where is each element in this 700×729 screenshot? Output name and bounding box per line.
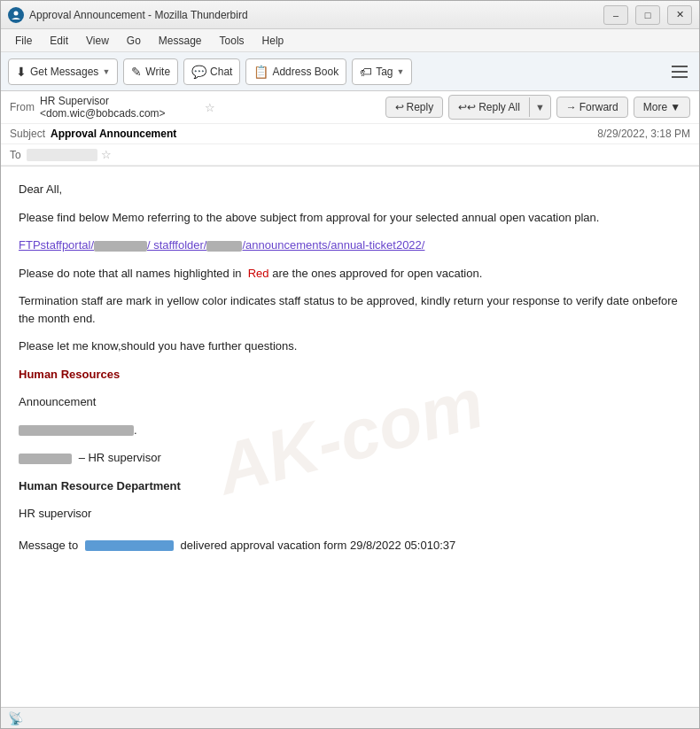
minimize-button[interactable]: – bbox=[603, 5, 628, 25]
menu-message[interactable]: Message bbox=[152, 33, 209, 49]
to-value bbox=[27, 149, 97, 161]
forward-label: Forward bbox=[579, 101, 618, 113]
dept-section: Human Resource Department HR supervisor bbox=[19, 477, 681, 523]
app-icon bbox=[8, 7, 24, 23]
hamburger-line-2 bbox=[672, 71, 688, 73]
status-bar: 📡 bbox=[1, 707, 699, 728]
hamburger-menu-button[interactable] bbox=[667, 59, 692, 84]
more-button[interactable]: More ▼ bbox=[634, 97, 690, 118]
subject-value: Approval Announcement bbox=[51, 128, 597, 140]
signature-section: Human Resources Announcement . – HR supe… bbox=[19, 366, 681, 467]
write-icon: ✎ bbox=[131, 65, 142, 79]
get-messages-label: Get Messages bbox=[30, 66, 98, 78]
paragraph-3: Please do note that all names highlighte… bbox=[19, 265, 681, 283]
menu-file[interactable]: File bbox=[8, 33, 39, 49]
menu-help[interactable]: Help bbox=[255, 33, 292, 49]
dept-role: HR supervisor bbox=[19, 505, 681, 523]
signature-dept-name: Human Resources bbox=[19, 368, 120, 381]
menu-edit[interactable]: Edit bbox=[43, 33, 75, 49]
footer-start: Message to bbox=[19, 539, 78, 552]
paragraph-3-start: Please do note that all names highlighte… bbox=[19, 267, 248, 280]
from-value: HR Supervisor <dom.wic@bobcads.com> bbox=[40, 95, 199, 120]
from-row: From HR Supervisor <dom.wic@bobcads.com>… bbox=[1, 91, 699, 124]
menu-bar: File Edit View Go Message Tools Help bbox=[1, 29, 699, 52]
window-controls: – □ ✕ bbox=[603, 5, 692, 25]
address-book-button[interactable]: 📋 Address Book bbox=[245, 58, 346, 85]
svg-point-1 bbox=[14, 11, 19, 15]
footer-email bbox=[85, 540, 174, 551]
reply-all-icon: ↩↩ bbox=[458, 101, 476, 113]
footer-end: delivered approval vacation form 29/8/20… bbox=[180, 539, 455, 552]
signature-email: . bbox=[19, 422, 681, 439]
paragraph-5: Please let me know,should you have furth… bbox=[19, 337, 681, 355]
to-label: To bbox=[10, 149, 21, 161]
paragraph-1: Please find below Memo referring to the … bbox=[19, 209, 681, 227]
red-text: Red bbox=[248, 267, 269, 280]
toolbar: ⬇ Get Messages ▼ ✎ Write 💬 Chat 📋 Addres… bbox=[1, 52, 699, 91]
connection-icon: 📡 bbox=[8, 711, 23, 725]
tag-icon: 🏷 bbox=[360, 65, 372, 79]
forward-button[interactable]: → Forward bbox=[556, 97, 628, 118]
reply-all-button[interactable]: ↩↩ Reply All bbox=[449, 97, 530, 117]
address-book-icon: 📋 bbox=[253, 65, 268, 79]
write-label: Write bbox=[145, 66, 170, 78]
more-arrow: ▼ bbox=[670, 101, 681, 113]
reply-all-dropdown[interactable]: ▼ bbox=[530, 98, 550, 116]
more-label: More bbox=[643, 101, 667, 113]
get-messages-arrow[interactable]: ▼ bbox=[102, 67, 110, 76]
subject-row: Subject Approval Announcement 8/29/2022,… bbox=[1, 124, 699, 144]
reply-label: Reply bbox=[407, 101, 434, 113]
menu-go[interactable]: Go bbox=[120, 33, 148, 49]
window-title: Approval Announcement - Mozilla Thunderb… bbox=[29, 9, 603, 21]
email-header: From HR Supervisor <dom.wic@bobcads.com>… bbox=[1, 91, 699, 167]
address-book-label: Address Book bbox=[272, 66, 338, 78]
hamburger-line-1 bbox=[672, 66, 688, 67]
hamburger-line-3 bbox=[672, 76, 688, 78]
ftp-link[interactable]: FTPstaffportal// stafffolder//announceme… bbox=[19, 238, 424, 252]
signature-line: Announcement bbox=[19, 393, 681, 411]
title-bar: Approval Announcement - Mozilla Thunderb… bbox=[1, 1, 699, 29]
star-icon[interactable]: ☆ bbox=[205, 101, 215, 114]
signature-role-line: – HR supervisor bbox=[19, 449, 681, 467]
tag-label: Tag bbox=[376, 66, 393, 78]
link-paragraph: FTPstaffportal// stafffolder//announceme… bbox=[19, 237, 681, 254]
chat-label: Chat bbox=[210, 66, 232, 78]
menu-tools[interactable]: Tools bbox=[213, 33, 252, 49]
maximize-button[interactable]: □ bbox=[635, 5, 660, 25]
tag-button[interactable]: 🏷 Tag ▼ bbox=[352, 58, 412, 85]
menu-view[interactable]: View bbox=[79, 33, 116, 49]
date-value: 8/29/2022, 3:18 PM bbox=[597, 128, 690, 140]
reply-all-button-group: ↩↩ Reply All ▼ bbox=[448, 95, 551, 120]
paragraph-4: Termination staff are mark in yellow col… bbox=[19, 292, 681, 327]
get-messages-icon: ⬇ bbox=[16, 65, 27, 79]
chat-button[interactable]: 💬 Chat bbox=[183, 58, 240, 85]
to-row: To ☆ bbox=[1, 144, 699, 166]
footer-message: Message to delivered approval vacation f… bbox=[19, 537, 681, 555]
paragraph-3-end: are the ones approved for open vacation. bbox=[269, 267, 483, 280]
subject-label: Subject bbox=[10, 128, 45, 140]
tag-arrow[interactable]: ▼ bbox=[397, 67, 405, 76]
write-button[interactable]: ✎ Write bbox=[123, 58, 178, 85]
signature-role: – HR supervisor bbox=[79, 451, 161, 464]
from-label: From bbox=[10, 101, 35, 113]
get-messages-button[interactable]: ⬇ Get Messages ▼ bbox=[8, 58, 118, 85]
chat-icon: 💬 bbox=[191, 65, 206, 79]
reply-all-label: Reply All bbox=[478, 101, 520, 113]
main-window: Approval Announcement - Mozilla Thunderb… bbox=[0, 0, 700, 729]
to-star-icon[interactable]: ☆ bbox=[101, 148, 112, 161]
reply-button[interactable]: ↩ Reply bbox=[385, 97, 444, 118]
email-content: Dear All, Please find below Memo referri… bbox=[19, 181, 681, 554]
dept-bold: Human Resource Department bbox=[19, 479, 181, 492]
reply-icon: ↩ bbox=[395, 101, 404, 113]
close-button[interactable]: ✕ bbox=[667, 5, 692, 25]
email-body: AK-com Dear All, Please find below Memo … bbox=[1, 167, 699, 707]
greeting: Dear All, bbox=[19, 181, 681, 198]
forward-icon: → bbox=[566, 101, 577, 113]
